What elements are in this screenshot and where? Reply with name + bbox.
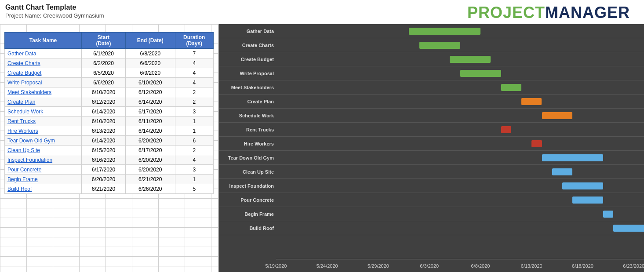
chart-task-label: Gather Data — [223, 29, 274, 34]
brand-project: PROJECT — [467, 4, 545, 22]
task-duration: 4 — [175, 58, 214, 68]
task-start: 6/14/2020 — [82, 136, 126, 146]
chart-task-row: Create Charts — [219, 38, 644, 52]
task-duration: 4 — [175, 155, 214, 165]
header: Gantt Chart Template Project Name: Creek… — [0, 0, 644, 24]
header-left: Gantt Chart Template Project Name: Creek… — [5, 4, 104, 19]
task-duration: 3 — [175, 165, 214, 175]
table-row: Meet Stakeholders 6/10/2020 6/12/2020 2 — [5, 87, 214, 97]
table-row: Clean Up Site 6/15/2020 6/17/2020 2 — [5, 146, 214, 155]
task-name[interactable]: Meet Stakeholders — [5, 87, 82, 97]
task-end: 6/10/2020 — [126, 78, 175, 87]
task-name[interactable]: Create Plan — [5, 97, 82, 107]
task-bar — [419, 42, 460, 49]
chart-task-row: Schedule Work — [219, 109, 644, 123]
task-start: 6/17/2020 — [82, 165, 126, 175]
task-start: 6/12/2020 — [82, 97, 126, 107]
task-name[interactable]: Write Proposal — [5, 78, 82, 87]
task-name[interactable]: Pour Concrete — [5, 165, 82, 175]
task-bar — [572, 197, 603, 204]
chart-task-label: Create Budget — [223, 57, 274, 62]
chart-task-label: Tear Down Old Gym — [223, 155, 274, 160]
task-duration: 3 — [175, 107, 214, 116]
task-duration: 1 — [175, 126, 214, 136]
task-duration: 4 — [175, 78, 214, 87]
task-bar — [521, 98, 542, 105]
task-start: 6/20/2020 — [82, 175, 126, 184]
task-start: 6/15/2020 — [82, 146, 126, 155]
task-start: 6/6/2020 — [82, 78, 126, 87]
task-start: 6/5/2020 — [82, 68, 126, 78]
page: Gantt Chart Template Project Name: Creek… — [0, 0, 644, 273]
table-row: Begin Frame 6/20/2020 6/21/2020 1 — [5, 175, 214, 184]
task-bar — [501, 126, 511, 133]
task-name[interactable]: Create Budget — [5, 68, 82, 78]
task-bar — [501, 84, 522, 91]
x-axis: 5/19/20205/24/20205/29/20206/3/20206/8/2… — [276, 259, 644, 272]
col-header-duration: Duration(Days) — [175, 33, 214, 49]
chart-task-label: Clean Up Site — [223, 169, 274, 175]
table-area: Task Name Start(Date) End (Date) Duratio… — [0, 24, 219, 272]
task-end: 6/20/2020 — [126, 136, 175, 146]
task-duration: 1 — [175, 116, 214, 126]
chart-task-label: Build Roof — [223, 226, 274, 231]
task-end: 6/17/2020 — [126, 146, 175, 155]
task-bar — [562, 182, 603, 189]
task-duration: 5 — [175, 184, 214, 194]
task-start: 6/1/2020 — [82, 49, 126, 58]
table-row: Create Charts 6/2/2020 6/6/2020 4 — [5, 58, 214, 68]
task-end: 6/6/2020 — [126, 58, 175, 68]
chart-task-row: Gather Data — [219, 24, 644, 38]
chart-task-row: Hire Workers — [219, 137, 644, 151]
task-start: 6/13/2020 — [82, 126, 126, 136]
x-axis-label: 5/24/2020 — [317, 263, 338, 269]
chart-task-row: Build Roof — [219, 221, 644, 235]
task-end: 6/8/2020 — [126, 49, 175, 58]
task-duration: 6 — [175, 136, 214, 146]
chart-task-row: Begin Frame — [219, 207, 644, 221]
task-bar — [542, 112, 573, 119]
task-name[interactable]: Gather Data — [5, 49, 82, 58]
task-duration: 2 — [175, 87, 214, 97]
task-name[interactable]: Schedule Work — [5, 107, 82, 116]
task-end: 6/11/2020 — [126, 116, 175, 126]
table-row: Write Proposal 6/6/2020 6/10/2020 4 — [5, 78, 214, 87]
task-name[interactable]: Clean Up Site — [5, 146, 82, 155]
task-name[interactable]: Inspect Foundation — [5, 155, 82, 165]
task-start: 6/10/2020 — [82, 87, 126, 97]
task-bar — [552, 168, 573, 175]
chart-task-row: Pour Concrete — [219, 193, 644, 207]
task-duration: 7 — [175, 49, 214, 58]
task-name[interactable]: Rent Trucks — [5, 116, 82, 126]
task-name[interactable]: Tear Down Old Gym — [5, 136, 82, 146]
task-start: 6/21/2020 — [82, 184, 126, 194]
task-end: 6/14/2020 — [126, 126, 175, 136]
table-row: Schedule Work 6/14/2020 6/17/2020 3 — [5, 107, 214, 116]
x-axis-label: 6/3/2020 — [420, 263, 439, 269]
task-name[interactable]: Hire Workers — [5, 126, 82, 136]
task-end: 6/14/2020 — [126, 97, 175, 107]
table-row: Pour Concrete 6/17/2020 6/20/2020 3 — [5, 165, 214, 175]
col-header-task: Task Name — [5, 33, 82, 49]
x-axis-label: 5/19/2020 — [266, 263, 287, 269]
chart-area: Gather DataCreate ChartsCreate BudgetWri… — [219, 24, 644, 272]
chart-task-label: Schedule Work — [223, 113, 274, 118]
task-duration: 2 — [175, 146, 214, 155]
task-rows: Gather DataCreate ChartsCreate BudgetWri… — [219, 24, 644, 235]
table-row: Hire Workers 6/13/2020 6/14/2020 1 — [5, 126, 214, 136]
task-end: 6/20/2020 — [126, 155, 175, 165]
brand-manager: MANAGER — [545, 4, 630, 22]
table-row: Gather Data 6/1/2020 6/8/2020 7 — [5, 49, 214, 58]
task-name[interactable]: Begin Frame — [5, 175, 82, 184]
task-name[interactable]: Build Roof — [5, 184, 82, 194]
task-bar — [531, 140, 542, 147]
chart-task-label: Begin Frame — [223, 211, 274, 217]
task-start: 6/14/2020 — [82, 107, 126, 116]
task-start: 6/2/2020 — [82, 58, 126, 68]
chart-task-row: Write Proposal — [219, 66, 644, 80]
task-name[interactable]: Create Charts — [5, 58, 82, 68]
chart-task-row: Clean Up Site — [219, 165, 644, 179]
chart-task-label: Rent Trucks — [223, 127, 274, 132]
task-end: 6/21/2020 — [126, 175, 175, 184]
task-duration: 2 — [175, 97, 214, 107]
